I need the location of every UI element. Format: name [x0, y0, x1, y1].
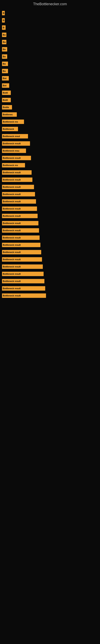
bar-row: Bottleneck res — [2, 162, 98, 168]
bar-label: Bottle — [3, 106, 9, 108]
bar-row: Bottleneck result — [2, 141, 98, 146]
bar-item: Bottleneck result — [2, 250, 41, 254]
bar-label: Bottl — [3, 92, 8, 94]
bar-row: Bottl — [2, 97, 98, 103]
bar-row: Bottleneck resul — [2, 134, 98, 139]
bar-label: Bottleneck result — [3, 193, 21, 196]
bar-label: Bottleneck result — [3, 273, 21, 275]
bar-item: Bo — [2, 54, 7, 59]
bar-item: Bottleneck result — [2, 294, 46, 298]
bar-item: Bo — [2, 40, 6, 44]
bar-item: Bottleneck result — [2, 257, 42, 262]
bar-label: Bottleneck result — [3, 229, 21, 232]
bar-row: Bot — [2, 83, 98, 88]
bar-item: B — [2, 25, 6, 30]
bar-label: Bottleneck result — [3, 178, 21, 181]
bar-row: Bo — [2, 68, 98, 74]
bar-label: Bot — [3, 84, 6, 87]
bar-item: Bottleneck res — [2, 120, 24, 124]
bar-item: Bottleneck resul — [2, 134, 28, 138]
bar-item: Bottleneck resu — [2, 148, 26, 153]
bar-item: Bot — [2, 76, 9, 80]
bar-label: Bottleneck result — [3, 171, 21, 174]
bar-label: Bottleneck result — [3, 251, 21, 253]
bar-item: Bottleneck result — [2, 199, 36, 204]
bar-item: Bottle — [2, 105, 12, 110]
bar-row: Bottleneck result — [2, 235, 98, 240]
bars-container: BBBBoBoBoBoBoBoBotBotBottlBottlBottleBot… — [0, 7, 100, 303]
bar-label: Bot — [3, 77, 6, 80]
bar-row: Bottleneck result — [2, 278, 98, 284]
bar-row: Bottleneck result — [2, 228, 98, 233]
bar-label: Bottleneck res — [3, 120, 18, 123]
bar-row: Bottleneck result — [2, 256, 98, 262]
bar-item: Bottleneck result — [2, 279, 44, 283]
bar-row: Bottleneck result — [2, 206, 98, 212]
bar-label: Bottleneck result — [3, 280, 21, 282]
bar-label: Bottleneck result — [3, 222, 21, 224]
site-title: TheBottlenecker.com — [0, 0, 100, 7]
bar-item: Bo — [2, 62, 8, 66]
bar-label: Bottleneck result — [3, 208, 21, 210]
bar-row: Bo — [2, 39, 98, 45]
bar-row: Bottleneck result — [2, 286, 98, 291]
bar-item: Bottleneck result — [2, 206, 37, 211]
bar-label: Bottleneck result — [3, 294, 21, 297]
bar-row: Bottleneck result — [2, 264, 98, 270]
bar-label: B — [3, 12, 4, 14]
bar-label: Bottleneck result — [3, 258, 21, 260]
bar-label: Bottleneck res — [3, 164, 18, 166]
bar-row: Bottleneck result — [2, 192, 98, 197]
bar-item: Bottleneck result — [2, 221, 38, 226]
bar-label: Bottleneck result — [3, 266, 21, 268]
bar-row: Bottleneck result — [2, 242, 98, 248]
bar-row: Bottleneck resu — [2, 148, 98, 154]
bar-item: Bottleneck result — [2, 178, 32, 182]
bar-item: Bottleneck result — [2, 264, 43, 269]
bar-item: Bottleneck result — [2, 236, 40, 240]
bar-label: Bottleneck result — [3, 244, 21, 246]
bar-label: Bottleneck result — [3, 215, 21, 217]
bar-row: Bottleneck result — [2, 249, 98, 255]
bar-item: Bottleneck result — [2, 185, 34, 189]
bar-row: Bot — [2, 76, 98, 81]
bar-row: Bottleneck result — [2, 293, 98, 298]
bar-item: Bottleneck result — [2, 141, 30, 146]
bar-item: Bottleneck res — [2, 163, 25, 168]
bar-label: Bottleneck result — [3, 287, 21, 290]
bar-row: Bottleneck result — [2, 170, 98, 175]
bar-label: Bottleneck result — [3, 157, 21, 159]
bar-label: B — [3, 26, 4, 29]
bar-row: Bottl — [2, 90, 98, 96]
bar-label: Bottlenec — [3, 113, 13, 116]
bar-row: Bottleneck result — [2, 271, 98, 277]
bar-label: Bottleneck result — [3, 142, 21, 145]
bar-row: Bo — [2, 61, 98, 66]
bar-row: Bottleneck result — [2, 155, 98, 161]
bar-item: Bottleneck — [2, 127, 18, 131]
bar-label: Bo — [3, 48, 6, 50]
bar-row: Bottleneck result — [2, 184, 98, 190]
bar-label: Bottleneck result — [3, 200, 21, 203]
bar-item: Bo — [2, 69, 8, 73]
bar-label: Bo — [3, 41, 6, 43]
bar-row: Bottleneck — [2, 126, 98, 132]
bar-item: Bottleneck result — [2, 170, 32, 175]
bar-item: Bottleneck result — [2, 243, 40, 247]
bar-item: Bottleneck result — [2, 214, 38, 218]
bar-label: Bo — [3, 70, 6, 72]
bar-item: Bottleneck result — [2, 272, 44, 276]
bar-row: Bottleneck res — [2, 119, 98, 124]
bar-row: Bottleneck result — [2, 213, 98, 219]
bar-label: Bo — [3, 55, 6, 58]
bar-item: Bottl — [2, 90, 11, 95]
bar-label: Bottleneck result — [3, 236, 21, 239]
bar-row: Bottleneck result — [2, 177, 98, 182]
bar-row: B — [2, 18, 98, 23]
bar-item: Bottlenec — [2, 112, 17, 117]
bar-label: Bottleneck resul — [3, 135, 20, 138]
bar-row: Bottleneck result — [2, 199, 98, 204]
bar-item: Bot — [2, 83, 9, 88]
bar-item: Bottleneck result — [2, 192, 35, 196]
bar-row: Bottlenec — [2, 112, 98, 117]
